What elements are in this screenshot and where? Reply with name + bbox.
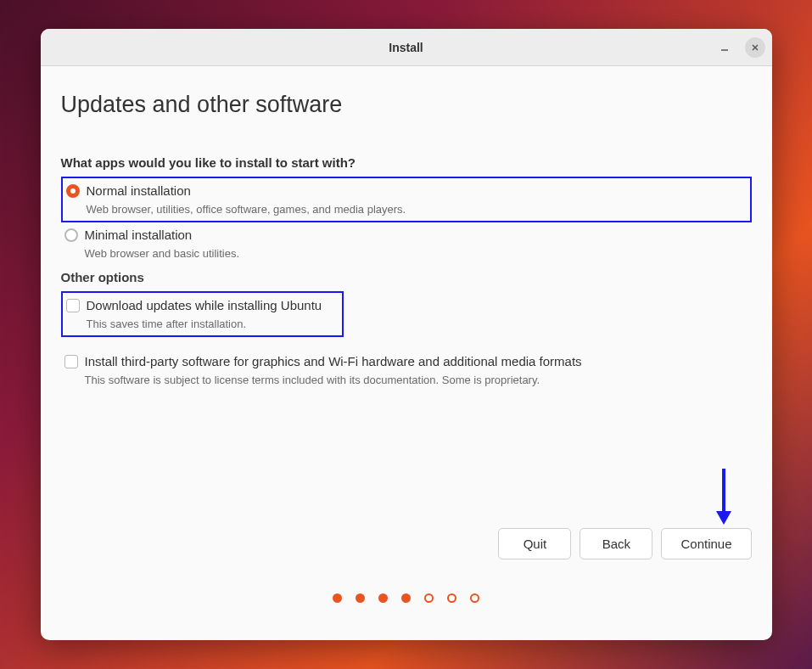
minimal-desc: Web browser and basic utilities. (64, 247, 748, 260)
download-label: Download updates while installing Ubuntu (87, 298, 322, 312)
progress-dot (378, 593, 388, 603)
arrow-down-icon (713, 467, 735, 526)
download-checkbox[interactable] (66, 299, 80, 312)
thirdparty-checkbox[interactable] (64, 355, 78, 368)
minimal-label: Minimal installation (85, 228, 193, 242)
download-updates-option[interactable]: Download updates while installing Ubuntu… (61, 291, 344, 337)
minimize-icon (720, 42, 730, 53)
window-title: Install (389, 41, 423, 54)
apps-question: What apps would you like to install to s… (61, 155, 752, 170)
thirdparty-option[interactable]: Install third-party software for graphic… (61, 349, 752, 391)
content-area: Updates and other software What apps wou… (41, 66, 772, 640)
titlebar: Install (41, 29, 772, 66)
normal-install-option[interactable]: Normal installation Web browser, utiliti… (61, 177, 752, 222)
page-heading: Updates and other software (61, 92, 752, 118)
installer-window: Install Updates and other software What … (41, 29, 772, 640)
progress-dot (470, 593, 479, 603)
back-button[interactable]: Back (580, 528, 652, 559)
quit-button[interactable]: Quit (498, 528, 571, 559)
progress-dot (401, 593, 411, 603)
button-row: Quit Back Continue (61, 528, 752, 568)
arrow-annotation (713, 467, 735, 530)
progress-dot (424, 593, 434, 603)
progress-dot (333, 593, 342, 603)
svg-marker-4 (716, 511, 731, 525)
minimize-button[interactable] (714, 37, 735, 58)
normal-desc: Web browser, utilities, office software,… (66, 203, 747, 216)
close-icon (750, 42, 760, 53)
close-button[interactable] (745, 37, 765, 58)
thirdparty-label: Install third-party software for graphic… (85, 354, 582, 368)
install-type-group: Normal installation Web browser, utiliti… (61, 177, 752, 265)
minimal-radio[interactable] (64, 228, 78, 242)
download-desc: This saves time after installation. (66, 318, 339, 330)
minimal-install-option[interactable]: Minimal installation Web browser and bas… (61, 222, 752, 265)
normal-label: Normal installation (87, 183, 191, 198)
normal-radio[interactable] (66, 184, 80, 198)
continue-button[interactable]: Continue (661, 528, 751, 559)
progress-dot (447, 593, 456, 603)
thirdparty-desc: This software is subject to license term… (64, 374, 748, 386)
progress-dot (356, 593, 365, 603)
progress-dots (61, 568, 752, 623)
other-options-title: Other options (61, 270, 752, 284)
window-controls (714, 37, 765, 58)
